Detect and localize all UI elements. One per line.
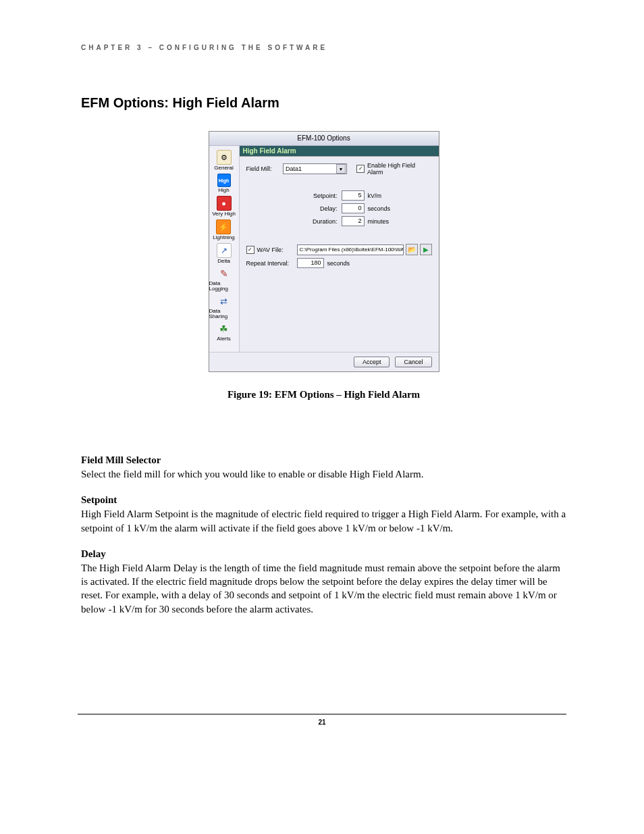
options-dialog: EFM-100 Options ⚙ General High High ● Ve… bbox=[209, 131, 439, 372]
duration-input[interactable]: 2 bbox=[342, 216, 365, 226]
sidebar-label: Delta bbox=[217, 259, 230, 264]
sidebar-label: Data Logging bbox=[209, 281, 239, 292]
delay-unit: seconds bbox=[368, 205, 391, 212]
delay-label: Delay: bbox=[284, 205, 342, 212]
panel-header: High Field Alarm bbox=[240, 146, 439, 157]
browse-button[interactable]: 📂 bbox=[406, 244, 418, 255]
field-mill-select[interactable]: Data1 ▼ bbox=[283, 163, 347, 174]
section-title: EFM Options: High Field Alarm bbox=[81, 95, 566, 111]
duration-unit: minutes bbox=[368, 218, 390, 225]
field-mill-value: Data1 bbox=[286, 165, 302, 172]
dialog-title: EFM-100 Options bbox=[209, 132, 439, 146]
heading-setpoint: Setpoint bbox=[81, 494, 566, 506]
enable-label: Enable High Field Alarm bbox=[367, 162, 432, 176]
repeat-interval-label: Repeat Interval: bbox=[246, 260, 297, 267]
alerts-icon: ☘ bbox=[217, 322, 230, 336]
field-mill-label: Field Mill: bbox=[246, 165, 283, 172]
play-icon: ▶ bbox=[423, 246, 429, 253]
page-footer: 21 bbox=[78, 714, 566, 726]
heading-field-mill-selector: Field Mill Selector bbox=[81, 454, 566, 466]
chapter-header: CHAPTER 3 – CONFIGURING THE SOFTWARE bbox=[81, 44, 566, 51]
paragraph: High Field Alarm Setpoint is the magnitu… bbox=[81, 507, 566, 535]
paragraph: The High Field Alarm Delay is the length… bbox=[81, 561, 566, 616]
sidebar: ⚙ General High High ● Very High ⚡ Lightn… bbox=[209, 146, 240, 352]
figure-caption: Figure 19: EFM Options – High Field Alar… bbox=[81, 389, 566, 400]
setpoint-input[interactable]: 5 bbox=[342, 190, 365, 201]
sidebar-item-data-logging[interactable]: ✎ Data Logging bbox=[209, 267, 239, 292]
cancel-button[interactable]: Cancel bbox=[395, 357, 431, 367]
sidebar-label: Very High bbox=[212, 211, 236, 217]
heading-delay: Delay bbox=[81, 548, 566, 560]
sidebar-item-alerts[interactable]: ☘ Alerts bbox=[217, 322, 230, 342]
duration-label: Duration: bbox=[284, 218, 342, 225]
paragraph: Select the field mill for which you woul… bbox=[81, 467, 566, 481]
play-button[interactable]: ▶ bbox=[420, 244, 432, 255]
body-text: Field Mill Selector Select the field mil… bbox=[81, 454, 566, 616]
accept-button[interactable]: Accept bbox=[354, 357, 390, 367]
wav-path-input[interactable]: C:\Program Files (x86)\Boltek\EFM-100\WA… bbox=[297, 244, 404, 255]
page-number: 21 bbox=[318, 719, 325, 726]
checkbox-icon: ✓ bbox=[356, 165, 365, 173]
delta-icon: ↗ bbox=[217, 243, 232, 258]
checkbox-icon: ✓ bbox=[246, 246, 254, 254]
setpoint-unit: kV/m bbox=[368, 192, 382, 199]
sidebar-item-general[interactable]: ⚙ General bbox=[214, 150, 233, 171]
folder-open-icon: 📂 bbox=[408, 246, 416, 253]
enable-high-field-checkbox[interactable]: ✓ Enable High Field Alarm bbox=[356, 162, 431, 176]
repeat-interval-input[interactable]: 180 bbox=[297, 258, 324, 268]
setpoint-label: Setpoint: bbox=[284, 192, 342, 199]
sidebar-item-high[interactable]: High High bbox=[217, 174, 231, 193]
sidebar-label: High bbox=[218, 188, 229, 193]
sidebar-item-lightning[interactable]: ⚡ Lightning bbox=[213, 219, 234, 240]
data-sharing-icon: ⇄ bbox=[217, 294, 231, 308]
sidebar-label: Data Sharing bbox=[209, 309, 239, 319]
lightning-icon: ⚡ bbox=[216, 219, 231, 234]
delay-input[interactable]: 0 bbox=[342, 203, 365, 213]
content-panel: High Field Alarm Field Mill: Data1 ▼ ✓ E… bbox=[240, 146, 439, 352]
chevron-down-icon: ▼ bbox=[336, 164, 346, 174]
sidebar-item-delta[interactable]: ↗ Delta bbox=[217, 243, 232, 264]
sidebar-item-data-sharing[interactable]: ⇄ Data Sharing bbox=[209, 294, 239, 319]
high-alarm-icon: High bbox=[217, 174, 231, 187]
wav-file-checkbox[interactable]: ✓ WAV File: bbox=[246, 246, 297, 254]
wav-file-label: WAV File: bbox=[257, 246, 284, 253]
gear-icon: ⚙ bbox=[217, 150, 232, 165]
repeat-interval-unit: seconds bbox=[327, 260, 350, 267]
sidebar-label: Lightning bbox=[213, 235, 234, 240]
dialog-footer: Accept Cancel bbox=[209, 352, 439, 371]
very-high-alarm-icon: ● bbox=[217, 196, 232, 211]
data-logging-icon: ✎ bbox=[217, 267, 231, 280]
sidebar-label: Alerts bbox=[217, 336, 230, 342]
sidebar-label: General bbox=[214, 165, 233, 171]
sidebar-item-very-high[interactable]: ● Very High bbox=[212, 196, 236, 217]
